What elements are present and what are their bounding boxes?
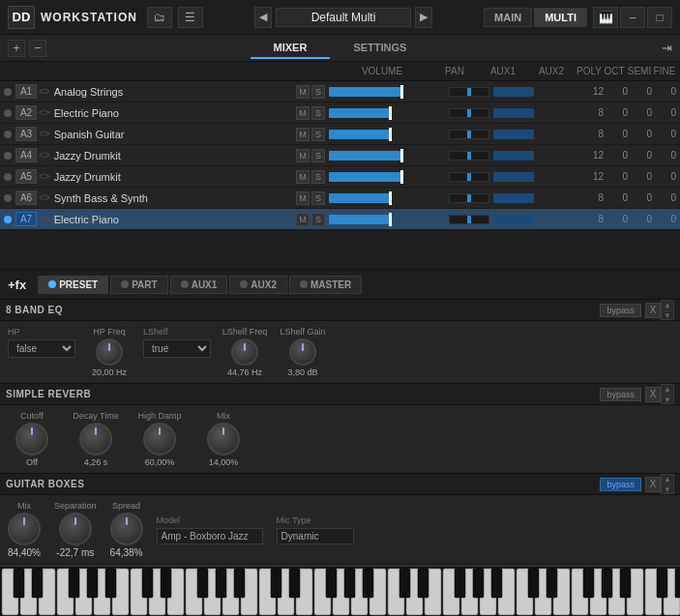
solo-button[interactable]: S	[311, 149, 325, 162]
mute-button[interactable]: M	[296, 128, 310, 141]
aux1-cell[interactable]	[493, 87, 534, 97]
reverb-arrow-up[interactable]: ▲	[661, 384, 674, 394]
solo-button[interactable]: S	[311, 106, 325, 120]
track-row[interactable]: A4 <> Jazzy Drumkit M S 12 0 0 0	[0, 145, 680, 166]
solo-button[interactable]: S	[311, 213, 325, 226]
reverb-mix-knob[interactable]	[207, 423, 240, 455]
track-arrows[interactable]: <>	[39, 192, 50, 203]
track-arrows[interactable]: <>	[39, 171, 50, 182]
mute-button[interactable]: M	[296, 213, 310, 226]
track-row[interactable]: A5 <> Jazzy Drumkit M S 12 0 0 0	[0, 166, 680, 188]
piano-icon[interactable]: 🎹	[593, 7, 618, 28]
aux1-cell[interactable]	[493, 108, 534, 118]
eq-arrow-down[interactable]: ▼	[661, 310, 674, 320]
pan-cell[interactable]	[449, 108, 489, 118]
solo-button[interactable]: S	[311, 170, 325, 184]
mute-button[interactable]: M	[296, 191, 310, 205]
track-arrows[interactable]: <>	[39, 107, 50, 118]
pan-cell[interactable]	[449, 130, 489, 139]
pan-cell[interactable]	[449, 215, 489, 224]
guitar-close-button[interactable]: X	[645, 477, 661, 492]
mic-type-select[interactable]: Dynamic Condenser Ribbon	[277, 528, 354, 544]
mute-button[interactable]: M	[296, 106, 310, 120]
oct-value: 0	[606, 214, 628, 224]
fx-tab-aux1[interactable]: AUX1	[170, 276, 228, 294]
maximize-icon[interactable]: □	[647, 7, 672, 28]
solo-button[interactable]: S	[311, 191, 325, 205]
aux1-cell[interactable]	[493, 172, 534, 182]
pan-cell[interactable]	[449, 193, 489, 203]
mixer-tabs: + − MIXER SETTINGS ⇥	[0, 35, 680, 62]
aux1-cell[interactable]	[493, 215, 534, 224]
cutoff-knob[interactable]	[15, 423, 48, 455]
aux1-cell[interactable]	[493, 130, 534, 139]
spread-knob[interactable]	[110, 513, 143, 545]
track-row[interactable]: A6 <> Synth Bass & Synth M S 8 0 0 0	[0, 188, 680, 209]
tab-settings[interactable]: SETTINGS	[330, 38, 429, 59]
track-ms: M S	[296, 170, 325, 184]
volume-slider[interactable]	[329, 130, 392, 139]
volume-slider[interactable]	[329, 215, 392, 224]
volume-slider[interactable]	[329, 108, 392, 118]
reverb-close-button[interactable]: X	[645, 387, 661, 402]
lshelf-select[interactable]: truefalse	[143, 339, 211, 358]
model-select[interactable]: Amp - Boxboro Jazz Amp - Direct Amp - Cl…	[157, 528, 263, 544]
aux1-cell[interactable]	[493, 193, 534, 203]
minimize-icon[interactable]: –	[620, 7, 645, 28]
volume-slider[interactable]	[329, 151, 403, 161]
guitar-bypass-button[interactable]: bypass	[600, 478, 641, 491]
pan-cell[interactable]	[449, 87, 489, 97]
solo-button[interactable]: S	[311, 85, 325, 99]
hp-group: HP falsetrue	[8, 327, 75, 358]
volume-slider[interactable]	[329, 172, 403, 182]
remove-track-button[interactable]: −	[29, 40, 46, 57]
fx-tab-part[interactable]: PART	[110, 276, 167, 294]
volume-slider[interactable]	[329, 193, 392, 203]
lshelf-gain-knob[interactable]	[289, 338, 316, 366]
lshelf-freq-value: 44,76 Hz	[227, 367, 262, 377]
lshelf-freq-knob[interactable]	[231, 338, 258, 366]
track-arrows[interactable]: <>	[39, 86, 50, 97]
separation-knob[interactable]	[59, 513, 92, 545]
track-row[interactable]: A1 <> Analog Strings M S 12 0 0 0	[0, 81, 680, 103]
guitar-arrow-down[interactable]: ▼	[661, 484, 674, 494]
track-arrows[interactable]: <>	[39, 150, 50, 161]
hp-select[interactable]: falsetrue	[8, 339, 75, 358]
eq-arrow-up[interactable]: ▲	[661, 300, 674, 309]
track-arrows[interactable]: <>	[39, 129, 50, 139]
aux1-cell[interactable]	[493, 151, 534, 161]
track-row[interactable]: A3 <> Spanish Guitar M S 8 0 0 0	[0, 124, 680, 145]
mute-button[interactable]: M	[296, 149, 310, 162]
track-arrows[interactable]: <>	[39, 214, 50, 224]
poly-value: 12	[582, 171, 604, 182]
fx-tab-master[interactable]: MASTER	[289, 276, 362, 294]
track-row[interactable]: A7 <> Electric Piano M S 8 0 0 0	[0, 209, 680, 230]
mute-button[interactable]: M	[296, 85, 310, 99]
solo-button[interactable]: S	[311, 128, 325, 141]
reverb-bypass-button[interactable]: bypass	[600, 388, 641, 401]
pan-cell[interactable]	[449, 172, 489, 182]
menu-icon[interactable]: ☰	[178, 7, 203, 28]
eq-bypass-button[interactable]: bypass	[600, 304, 641, 317]
track-row[interactable]: A2 <> Electric Piano M S 8 0 0 0	[0, 103, 680, 124]
reverb-arrow-down[interactable]: ▼	[661, 395, 674, 404]
mute-button[interactable]: M	[296, 170, 310, 184]
fx-tab-aux2[interactable]: AUX2	[229, 276, 287, 294]
svg-rect-48	[161, 569, 171, 598]
guitar-mix-knob[interactable]	[8, 513, 41, 545]
multi-button[interactable]: MULTI	[534, 8, 587, 27]
prev-preset-button[interactable]: ◀	[254, 7, 272, 28]
main-button[interactable]: MAIN	[484, 8, 532, 27]
volume-slider[interactable]	[329, 87, 403, 97]
guitar-arrow-up[interactable]: ▲	[661, 474, 674, 484]
hdamp-knob[interactable]	[143, 423, 176, 455]
tab-mixer[interactable]: MIXER	[251, 38, 331, 59]
hp-freq-knob[interactable]	[96, 338, 123, 366]
decay-knob[interactable]	[79, 423, 112, 455]
pan-cell[interactable]	[449, 151, 489, 161]
next-preset-button[interactable]: ▶	[415, 7, 432, 28]
browser-icon[interactable]: 🗂	[147, 7, 172, 28]
eq-close-button[interactable]: X	[645, 303, 661, 318]
add-track-button[interactable]: +	[8, 40, 25, 57]
fx-tab-preset[interactable]: PRESET	[38, 276, 108, 294]
